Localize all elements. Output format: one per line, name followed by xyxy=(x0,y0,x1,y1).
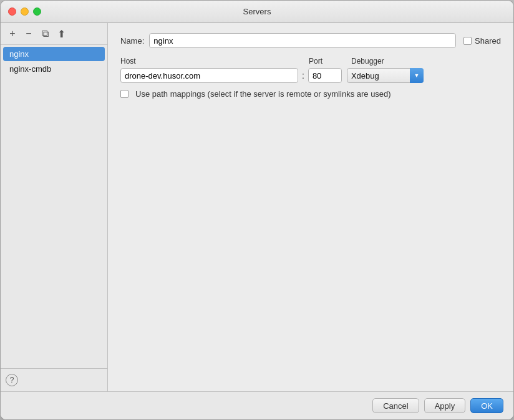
ok-button[interactable]: OK xyxy=(470,398,503,413)
sidebar-item-nginx-cmdb[interactable]: nginx-cmdb xyxy=(3,62,105,76)
sidebar: + − ⧉ ⬆ nginx nginx-cmdb ? xyxy=(1,23,108,391)
host-label: Host xyxy=(120,57,301,66)
name-row: Name: Shared xyxy=(120,33,501,48)
servers-window: Servers + − ⧉ ⬆ nginx nginx-cmdb ? xyxy=(0,0,514,420)
minimize-button[interactable] xyxy=(21,7,29,16)
port-label: Port xyxy=(309,57,346,66)
path-mappings-row: Use path mappings (select if the server … xyxy=(120,89,501,99)
content-area: + − ⧉ ⬆ nginx nginx-cmdb ? Name: xyxy=(1,23,513,391)
name-input[interactable] xyxy=(149,33,456,48)
host-port-row: : Xdebug Zend Debugger xyxy=(120,68,501,83)
path-mappings-checkbox[interactable] xyxy=(120,90,128,98)
colon-separator: : xyxy=(302,68,304,83)
window-title: Servers xyxy=(243,7,271,16)
sidebar-toolbar: + − ⧉ ⬆ xyxy=(1,23,107,45)
apply-button[interactable]: Apply xyxy=(424,398,466,413)
add-server-button[interactable]: + xyxy=(6,27,19,41)
sidebar-footer: ? xyxy=(1,368,107,391)
remove-server-button[interactable]: − xyxy=(22,27,36,41)
debugger-select[interactable]: Xdebug Zend Debugger xyxy=(347,68,424,83)
cancel-button[interactable]: Cancel xyxy=(372,398,419,413)
sidebar-item-label: nginx xyxy=(9,49,29,59)
host-port-labels: Host Port Debugger xyxy=(120,57,501,66)
sidebar-item-nginx[interactable]: nginx xyxy=(3,47,105,61)
server-list: nginx nginx-cmdb xyxy=(1,45,107,368)
sidebar-item-label: nginx-cmdb xyxy=(9,64,51,74)
path-mappings-label: Use path mappings (select if the server … xyxy=(135,89,391,99)
debugger-label: Debugger xyxy=(351,57,384,66)
footer: Cancel Apply OK xyxy=(1,391,513,419)
shared-row: Shared xyxy=(463,36,501,46)
traffic-lights xyxy=(8,7,41,16)
maximize-button[interactable] xyxy=(33,7,41,16)
port-input[interactable] xyxy=(308,68,342,83)
close-button[interactable] xyxy=(8,7,16,16)
shared-label: Shared xyxy=(475,36,501,46)
titlebar: Servers xyxy=(1,1,513,23)
shared-checkbox[interactable] xyxy=(463,37,472,45)
move-server-button[interactable]: ⬆ xyxy=(54,27,68,41)
host-input[interactable] xyxy=(120,68,298,83)
debugger-select-wrap: Xdebug Zend Debugger xyxy=(347,68,424,83)
help-button[interactable]: ? xyxy=(6,374,18,386)
copy-server-button[interactable]: ⧉ xyxy=(38,27,52,41)
main-panel: Name: Shared Host Port Debugger : xyxy=(108,23,513,391)
name-label: Name: xyxy=(120,36,144,46)
